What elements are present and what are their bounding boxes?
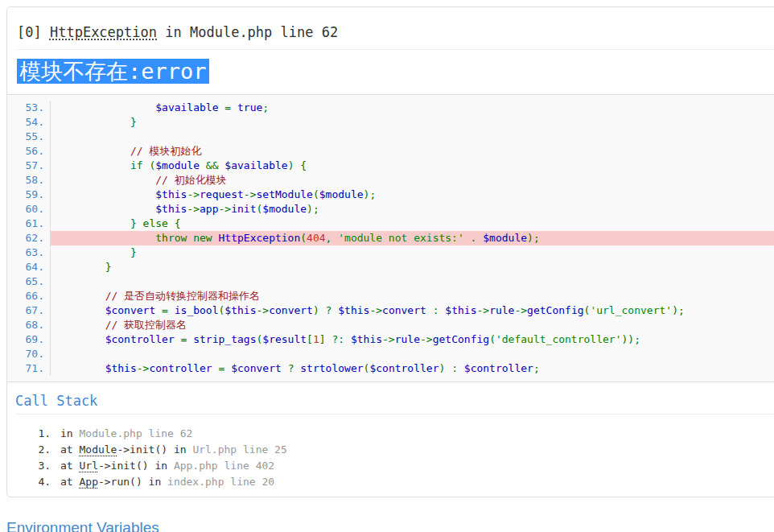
code-token: 'module not exists:' <box>338 232 464 244</box>
code-text: $convert = is_bool($this->convert) ? $th… <box>50 303 774 318</box>
code-token: getConfig <box>527 304 583 316</box>
stack-file-link[interactable]: Module.php line 62 <box>79 427 192 439</box>
stack-class-abbr: Module <box>79 443 117 456</box>
stack-text: in <box>60 427 79 439</box>
code-line: 53. $available = true; <box>7 101 774 115</box>
code-token: setModule <box>256 188 312 200</box>
code-token <box>55 203 155 215</box>
code-token: ( <box>313 188 319 200</box>
code-token <box>55 246 130 258</box>
code-token: ] ?: <box>319 333 351 345</box>
stack-file-link[interactable]: index.php line 20 <box>167 476 274 488</box>
code-token <box>55 232 155 244</box>
stack-text: at <box>60 476 79 488</box>
code-token: , <box>326 232 339 244</box>
code-token: } <box>130 116 137 128</box>
code-token: convert <box>382 304 426 316</box>
line-number: 55. <box>7 130 50 144</box>
code-token: init <box>231 203 256 215</box>
code-token: -> <box>137 362 150 374</box>
code-token: $module <box>155 159 200 171</box>
code-token: [ <box>307 333 313 345</box>
code-text: } else { <box>50 217 774 231</box>
line-number: 66. <box>7 289 50 303</box>
code-token: $module <box>262 203 307 215</box>
line-number: 54. <box>7 115 50 130</box>
code-token: 'default_controller' <box>496 333 622 345</box>
code-token: convert <box>269 304 313 316</box>
code-token: ); <box>527 232 540 244</box>
stack-text: ->init() in <box>117 443 192 456</box>
code-token: } <box>130 246 137 258</box>
code-token <box>55 261 105 273</box>
code-line: 55. <box>7 130 774 144</box>
line-number: 57. <box>7 159 50 173</box>
exception-location-link[interactable]: Module.php line 62 <box>190 24 338 40</box>
code-token: // 初始化模块 <box>155 174 226 186</box>
code-token: $result <box>262 333 307 345</box>
code-token: $this <box>338 304 369 316</box>
code-token: $this <box>445 304 476 316</box>
code-token: $module <box>319 188 364 200</box>
stack-text: ->init() in <box>98 460 174 472</box>
call-stack-item: at App->run() in index.php line 20 <box>57 474 774 490</box>
code-token: getConfig <box>433 333 489 345</box>
code-text <box>50 347 774 361</box>
call-stack-item: at Url->init() in App.php line 402 <box>57 458 774 474</box>
code-token: strtolower <box>300 362 363 374</box>
code-token: ); <box>364 188 377 200</box>
code-token: // 是否自动转换控制器和操作名 <box>105 290 260 302</box>
code-line: 71. $this->controller = $convert ? strto… <box>7 361 774 376</box>
code-token: $controller <box>464 362 533 374</box>
code-line: 69. $controller = strip_tags($result[1] … <box>7 332 774 347</box>
code-line: 60. $this->app->init($module); <box>7 202 774 217</box>
code-token: 404 <box>307 232 325 244</box>
code-token: rule <box>395 333 420 345</box>
stack-file-link[interactable]: App.php line 402 <box>174 460 274 472</box>
code-text: } <box>50 260 774 274</box>
code-token: ) { <box>288 159 307 171</box>
stack-file-link[interactable]: Url.php line 25 <box>192 443 286 456</box>
code-line: 67. $convert = is_bool($this->convert) ?… <box>7 303 774 318</box>
code-line: 59. $this->request->setModule($module); <box>7 188 774 202</box>
code-token: ) ? <box>313 304 338 316</box>
code-text: } <box>50 115 774 130</box>
code-token: $module <box>483 232 527 244</box>
code-token: $controller <box>369 362 438 374</box>
exception-header: [0] HttpException in Module.php line 62 <box>17 17 774 50</box>
code-text: $available = true; <box>50 101 774 115</box>
stack-text: at <box>60 460 79 472</box>
line-number: 53. <box>7 101 50 115</box>
code-token: strip_tags <box>193 333 256 345</box>
source-code: 53. $available = true;54. }55.56. // 模块初… <box>7 94 774 382</box>
code-text: $controller = strip_tags($result[1] ?: $… <box>50 332 774 347</box>
stack-class-abbr: App <box>79 476 97 488</box>
code-line: 68. // 获取控制器名 <box>7 318 774 332</box>
code-token <box>55 290 105 302</box>
code-token <box>55 116 130 128</box>
call-stack-section: Call Stack in Module.php line 62at Modul… <box>7 382 774 497</box>
line-number: 60. <box>7 202 50 217</box>
code-text <box>50 274 774 289</box>
code-line: 63. } <box>7 245 774 260</box>
code-token: && <box>200 159 224 171</box>
code-token: ? <box>282 362 300 374</box>
code-line: 54. } <box>7 115 774 130</box>
code-token: HttpException <box>219 232 301 244</box>
code-token: $convert <box>105 304 156 316</box>
line-number: 59. <box>7 188 50 202</box>
code-line: 66. // 是否自动转换控制器和操作名 <box>7 289 774 303</box>
code-token: = <box>212 362 231 374</box>
code-token: : <box>426 304 445 316</box>
exception-index: [0] <box>17 24 50 40</box>
code-line: 57. if ($module && $available) { <box>7 159 774 173</box>
code-token: 1 <box>313 333 319 345</box>
stack-class-abbr: Url <box>79 460 97 472</box>
code-token <box>55 145 130 157</box>
code-text: if ($module && $available) { <box>50 159 774 173</box>
call-stack-title[interactable]: Call Stack <box>15 387 774 414</box>
code-token: rule <box>489 304 514 316</box>
code-line: 62. throw new HttpException(404, 'module… <box>7 231 774 245</box>
code-token: . <box>464 232 483 244</box>
code-token: ) : <box>439 362 464 374</box>
